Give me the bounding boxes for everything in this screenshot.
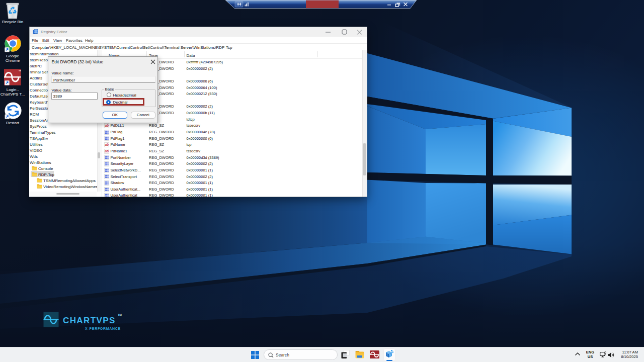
svg-text:TM: TM (118, 313, 122, 316)
svg-text:ab: ab (105, 149, 109, 153)
svg-text:ab: ab (105, 124, 109, 127)
svg-text:ab: ab (105, 143, 109, 146)
svg-text:TM: TM (19, 70, 21, 72)
svg-text:CHARTVPS: CHARTVPS (63, 316, 116, 325)
svg-text:X-PERFORMANCE: X-PERFORMANCE (85, 327, 121, 330)
